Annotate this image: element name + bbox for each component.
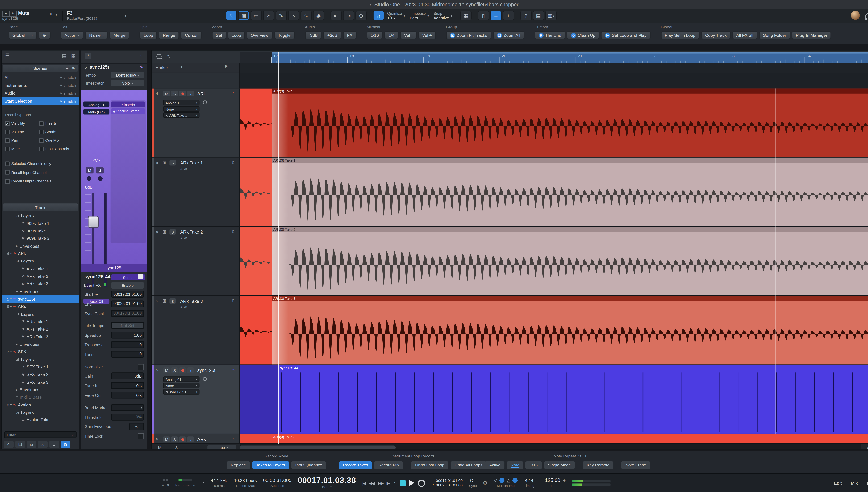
sel-button[interactable]: Sel	[212, 31, 226, 39]
track-header-sync125t[interactable]: 5MS◂sync125t∿Analog 01▾None▾≋ sync125t 1…	[152, 365, 240, 434]
track-list-item-sync125t[interactable]: 5▾∿sync125t	[2, 295, 79, 303]
capture-scene-icon[interactable]: ◎	[71, 66, 75, 71]
track-name[interactable]: ARk	[197, 91, 206, 96]
3db-button[interactable]: +3dB	[323, 31, 342, 39]
take-select[interactable]: ≋ sync125t 1▾	[163, 389, 199, 395]
track-header-ars[interactable]: 6MS◂ARs∿	[152, 434, 240, 444]
track-name[interactable]: ARs	[197, 437, 206, 442]
loop-button[interactable]: Loop	[140, 31, 157, 39]
audio-event[interactable]: sync125-44	[278, 365, 868, 434]
hscroll-thumb[interactable]	[240, 446, 396, 450]
monitor-button[interactable]: ◂	[187, 437, 194, 442]
track-list-item-envelopes[interactable]: ▸Envelopes	[2, 386, 79, 394]
track-list-item-avalon-take[interactable]: ≋Avalon Take	[2, 416, 79, 424]
event-lane-ars[interactable]: ARs(3) Take 3	[240, 434, 868, 444]
all-fx-off-button[interactable]: All FX off	[732, 31, 758, 39]
smart-tool[interactable]: ▣	[238, 11, 249, 21]
active-button[interactable]: Active	[485, 462, 504, 469]
input-select[interactable]: Analog 01▾	[163, 376, 199, 382]
set-loop-and-play-button[interactable]: ▶Set Loop and Play	[601, 31, 650, 39]
field-value[interactable]: 1.00	[111, 332, 144, 339]
track-list-item-layers[interactable]: ⊿Layers	[2, 212, 79, 220]
replace-button[interactable]: Replace	[227, 462, 250, 469]
pan-display[interactable]: <C>	[83, 158, 109, 162]
track-list-item-envelopes[interactable]: ▸Envelopes	[2, 288, 79, 295]
tempo-increase-button[interactable]: +	[563, 478, 566, 483]
takes-to-layers-button[interactable]: Takes to Layers	[252, 462, 289, 469]
event-lane-ark-take-3[interactable]: ARk(3) Take 3	[240, 296, 868, 365]
note-erase-button[interactable]: Note Erase	[621, 462, 650, 469]
merge-button[interactable]: Merge	[109, 31, 129, 39]
disclosure-icon[interactable]: ▾	[10, 305, 12, 308]
undo-last-loop-button[interactable]: Undo Last Loop	[411, 462, 448, 469]
mute-column-label[interactable]: M	[158, 446, 162, 450]
scene-item-all[interactable]: AllMismatch	[2, 73, 79, 81]
recall-option-selected-channels-only[interactable]: Selected Channels only	[5, 161, 51, 167]
1-16-button[interactable]: 1/16	[526, 462, 542, 469]
field-checkbox[interactable]	[138, 364, 144, 370]
range-button[interactable]: Range	[159, 31, 179, 39]
field-value[interactable]: 00025.01.01.00	[111, 300, 144, 307]
single-mode-button[interactable]: Single Mode	[544, 462, 575, 469]
snap-mode-dropdown[interactable]: SnapAdaptive▾	[433, 11, 452, 20]
waveform-zoom-icon[interactable]: ∿	[167, 53, 171, 59]
track-size-select[interactable]: Large▾	[207, 445, 236, 449]
zoom-fit-tracks-button[interactable]: ▣Zoom Fit Tracks	[446, 31, 491, 39]
field-value[interactable]: 0 s	[111, 382, 144, 389]
track-list-item-ark-take-1[interactable]: ≋ARk Take 1	[2, 265, 79, 273]
event-color-swatch[interactable]	[138, 274, 143, 279]
remove-take-icon[interactable]: ×	[156, 160, 158, 165]
track-list-item-909s-take-1[interactable]: ≋909s Take 1	[2, 220, 79, 227]
event-lane-sync125t[interactable]: sync125-44	[240, 365, 868, 434]
scene-item-start-selection[interactable]: Start SelectionMismatch	[2, 97, 79, 105]
nudge-left-icon[interactable]: ⇤	[330, 11, 342, 21]
list-view-icon[interactable]: ≡	[49, 441, 59, 448]
recall-option-input-controls[interactable]: Input Controls	[39, 146, 78, 152]
mute-button[interactable]: M	[163, 367, 170, 373]
clear-filter-icon[interactable]: ×	[71, 433, 74, 437]
recall-option-volume[interactable]: Volume	[5, 129, 39, 135]
recall-option-recall-output-channels[interactable]: Recall Output Channels	[5, 178, 51, 184]
inserts-header[interactable]: ▾Inserts	[111, 101, 145, 107]
grid-view-icon[interactable]: ▩	[60, 441, 70, 448]
audio-event[interactable]: ARs(3) Take 3	[240, 434, 868, 443]
zoom-all-button[interactable]: ▤Zoom All	[493, 31, 524, 39]
track-list-item-ars-take-1[interactable]: ≋ARs Take 1	[2, 318, 79, 325]
global-button[interactable]: Global▾	[8, 31, 37, 39]
rate-button[interactable]: Rate	[507, 462, 523, 469]
vel-button[interactable]: Vel -	[400, 31, 417, 39]
paint-tool[interactable]: ✎	[275, 11, 287, 21]
rewind-button[interactable]: ◀◀	[369, 481, 374, 485]
input-select[interactable]: Analog 15▾	[163, 100, 199, 105]
page-button-edit[interactable]: Edit	[834, 481, 842, 485]
field-value[interactable]: 0 s	[111, 392, 144, 398]
click-volume-icon[interactable]: ◁	[494, 478, 497, 483]
add-scene-icon[interactable]: +	[66, 66, 69, 71]
mute-button[interactable]: M	[163, 91, 170, 96]
audio-view-icon[interactable]: ∿	[4, 441, 14, 448]
add-marker-icon[interactable]: +	[180, 65, 183, 70]
checkbox[interactable]	[5, 179, 9, 183]
quantize-tool-icon[interactable]: Q	[355, 11, 367, 21]
tempo-decrease-button[interactable]: -	[541, 478, 542, 483]
instrument-view-icon[interactable]: ▤	[15, 441, 25, 448]
loop-toggle-button[interactable]: ↻	[393, 481, 396, 485]
power-icon[interactable]: ◉	[113, 109, 115, 113]
monitor-button[interactable]: ◂	[187, 367, 194, 373]
track-list-item-sfx-take-3[interactable]: ≋SFX Take 3	[2, 378, 79, 386]
hscroll-track[interactable]	[240, 444, 861, 449]
record-arm-button[interactable]	[179, 437, 186, 442]
user-avatar[interactable]	[851, 11, 860, 20]
time-signature-block[interactable]: 4 / 4 Timing	[524, 478, 534, 488]
track-list-item-909s-take-3[interactable]: ≋909s Take 3	[2, 235, 79, 242]
tempo-value[interactable]: 125.00	[545, 478, 560, 483]
chevron-down-icon[interactable]: ▾	[55, 13, 57, 17]
solo-take-button[interactable]: S	[169, 160, 176, 166]
checkbox[interactable]	[5, 138, 9, 143]
checkbox[interactable]	[5, 170, 9, 175]
hamburger-menu-icon[interactable]: ☰	[5, 53, 9, 58]
track-list-item-sfx-take-2[interactable]: ≋SFX Take 2	[2, 371, 79, 378]
audio-event[interactable]: ARk(3) Take 3	[272, 296, 868, 364]
input-quantize-button[interactable]: Input Quantize	[291, 462, 326, 469]
track-list-item-sfx-take-1[interactable]: ≋SFX Take 1	[2, 363, 79, 371]
